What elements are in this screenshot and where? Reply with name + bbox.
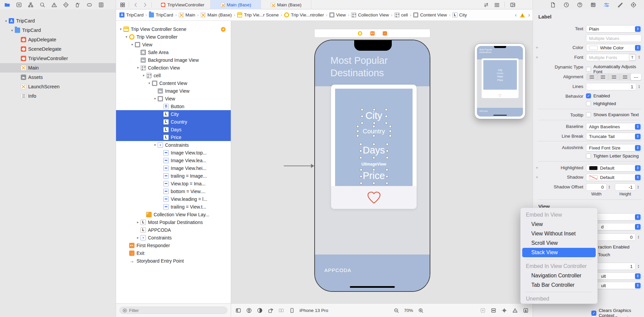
disclosure-triangle[interactable]: ▾ bbox=[129, 43, 135, 46]
highlighted-dropdown[interactable]: Default▲▼ bbox=[586, 164, 642, 172]
align-left-segment[interactable] bbox=[586, 74, 597, 80]
code-review-icon[interactable] bbox=[483, 2, 489, 8]
selection-handle-country[interactable] bbox=[373, 125, 375, 128]
expansion-text-checkbox[interactable] bbox=[586, 112, 591, 117]
selection-handle-days[interactable] bbox=[360, 150, 362, 152]
disclosure-triangle[interactable]: ▾ bbox=[152, 143, 158, 147]
breadcrumb-item-cell[interactable]: cell bbox=[394, 12, 408, 17]
file-inspector-icon[interactable] bbox=[550, 2, 556, 8]
device-thumbnail-preview[interactable]: Most Popular Destinations City Country D… bbox=[474, 43, 526, 119]
breadcrumb-item-tripcard[interactable]: TripCard bbox=[149, 12, 173, 17]
outline-row-trailing-view-t-[interactable]: trailing = View.t... bbox=[116, 203, 231, 211]
breadcrumb-item-main-base-[interactable]: Main (Base) bbox=[201, 12, 232, 17]
split-view-icon[interactable] bbox=[278, 307, 284, 313]
outline-row-button[interactable]: Button bbox=[116, 102, 231, 110]
selection-handle-days[interactable] bbox=[373, 156, 375, 159]
country-label[interactable]: Country bbox=[335, 128, 413, 135]
selection-handle-price[interactable] bbox=[360, 169, 362, 171]
breadcrumb-item-main[interactable]: Main bbox=[179, 12, 195, 17]
price-label[interactable]: Price bbox=[335, 170, 413, 181]
navigator-row-info[interactable]: Info bbox=[0, 91, 116, 101]
attributes-inspector-icon[interactable] bbox=[603, 2, 609, 8]
editor-options-icon[interactable] bbox=[494, 2, 500, 8]
adjust-editor-icon[interactable] bbox=[523, 307, 529, 313]
accessibility-icon[interactable] bbox=[246, 307, 252, 313]
align-right-segment[interactable] bbox=[608, 74, 620, 80]
device-preview[interactable]: Most Popular Destinations City Country D… bbox=[314, 40, 430, 292]
autoshrink-dropdown[interactable]: Fixed Font Size▲▼ bbox=[586, 144, 642, 151]
outline-row-image-view-hei-[interactable]: Image View.hei... bbox=[116, 164, 231, 172]
project-navigator-icon[interactable] bbox=[4, 2, 10, 8]
disclosure-triangle[interactable]: ▾ bbox=[118, 27, 123, 31]
add-editor-icon[interactable] bbox=[509, 2, 516, 8]
outline-row-image-view[interactable]: Image View bbox=[116, 87, 231, 95]
disclosure-triangle[interactable]: ▾ bbox=[141, 74, 146, 77]
next-issue-icon[interactable]: › bbox=[528, 12, 530, 18]
alpha-stepper[interactable]: ▲▼ bbox=[636, 263, 641, 270]
navigator-row-main[interactable]: Main bbox=[0, 63, 116, 73]
filter-field[interactable] bbox=[119, 307, 227, 314]
warning-icon[interactable] bbox=[520, 12, 526, 18]
clips-to-bounds-checkbox[interactable] bbox=[591, 316, 596, 317]
outline-row-exit[interactable]: Exit bbox=[116, 249, 231, 257]
selection-handle-city[interactable] bbox=[361, 115, 363, 118]
history-inspector-icon[interactable] bbox=[563, 2, 569, 8]
outline-row-image-view-top-[interactable]: Image View.top... bbox=[116, 149, 231, 156]
outline-row-view[interactable]: ▾View bbox=[116, 95, 231, 102]
appcoda-label[interactable]: APPCODA bbox=[324, 267, 351, 273]
navigator-row-tripcard[interactable]: ▾TripCard bbox=[0, 26, 116, 35]
align-justify-segment[interactable] bbox=[620, 74, 631, 80]
font-picker-button[interactable]: T bbox=[629, 54, 636, 61]
outline-row-country[interactable]: Country bbox=[116, 118, 231, 126]
embed-in-stack-icon[interactable] bbox=[490, 307, 496, 313]
highlighted-checkbox[interactable] bbox=[586, 101, 591, 106]
line-break-dropdown[interactable]: Truncate Tail▲▼ bbox=[586, 133, 642, 140]
tab-main-base--1[interactable]: Main (Base) bbox=[211, 0, 261, 9]
font-size-stepper[interactable]: ▲▼ bbox=[637, 53, 641, 61]
view-controller-icon[interactable] bbox=[358, 31, 362, 36]
menu-item-view[interactable]: View bbox=[521, 220, 597, 229]
breadcrumb-item-trip-vie-ntroller[interactable]: Trip Vie...ntroller bbox=[284, 12, 324, 17]
update-frames-icon[interactable] bbox=[480, 307, 486, 313]
selection-handle-country[interactable] bbox=[389, 125, 391, 128]
selection-handle-days[interactable] bbox=[373, 143, 375, 145]
source-control-navigator-icon[interactable] bbox=[16, 2, 22, 8]
selection-handle-days[interactable] bbox=[386, 156, 388, 159]
selection-handle-country[interactable] bbox=[357, 130, 359, 132]
outline-row-constraints[interactable]: ▸Constraints bbox=[116, 234, 231, 241]
disclosure-triangle[interactable]: ▾ bbox=[9, 29, 15, 32]
selection-handle-city[interactable] bbox=[373, 122, 375, 124]
align-natural-segment[interactable]: --- bbox=[631, 74, 641, 80]
selection-handle-city[interactable] bbox=[385, 108, 387, 111]
outline-row-storyboard-entry-point[interactable]: Storyboard Entry Point bbox=[116, 257, 231, 265]
outline-row-trailing-image-[interactable]: trailing = Image... bbox=[116, 172, 231, 180]
outline-row-bottom-view-[interactable]: bottom = View.... bbox=[116, 187, 231, 195]
outline-row-first-responder[interactable]: First Responder bbox=[116, 241, 231, 249]
outline-row-view[interactable]: ▾View bbox=[116, 41, 231, 48]
quick-help-inspector-icon[interactable] bbox=[577, 2, 583, 8]
highlighted-swatch[interactable] bbox=[589, 166, 598, 170]
navigator-row-tripcard[interactable]: ▾TripCard bbox=[0, 16, 116, 26]
outline-row-constraints[interactable]: ▾Constraints bbox=[116, 141, 231, 149]
first-responder-icon[interactable] bbox=[370, 31, 375, 36]
report-navigator-icon[interactable] bbox=[98, 2, 104, 8]
shadow-swatch[interactable] bbox=[589, 175, 598, 180]
navigator-row-scenedelegate[interactable]: SceneDelegate bbox=[0, 44, 116, 54]
symbol-navigator-icon[interactable] bbox=[28, 2, 34, 8]
selection-handle-city[interactable] bbox=[385, 115, 387, 118]
text-style-dropdown[interactable]: Plain▲▼ bbox=[586, 25, 642, 33]
selection-handle-country[interactable] bbox=[389, 130, 391, 132]
selection-handle-price[interactable] bbox=[360, 182, 362, 184]
baseline-dropdown[interactable]: Align Baselines▲▼ bbox=[586, 123, 642, 130]
selection-handle-city[interactable] bbox=[373, 108, 375, 111]
orientation-icon[interactable] bbox=[267, 307, 273, 313]
device-name[interactable]: iPhone 13 Pro bbox=[300, 308, 328, 313]
shadow-height-field[interactable]: -1 bbox=[615, 183, 636, 191]
city-label[interactable]: City bbox=[335, 110, 413, 121]
disclosure-triangle[interactable]: ▾ bbox=[124, 35, 129, 39]
lines-field[interactable]: 1 bbox=[586, 83, 636, 90]
menu-item-stack-view[interactable]: Stack View bbox=[522, 248, 596, 257]
footer-view[interactable]: APPCODA bbox=[315, 255, 430, 291]
outline-row-view-leading-l-[interactable]: View.leading = l... bbox=[116, 195, 231, 203]
outline-row-trip-view-controller[interactable]: ▾Trip View Controller bbox=[116, 33, 231, 41]
